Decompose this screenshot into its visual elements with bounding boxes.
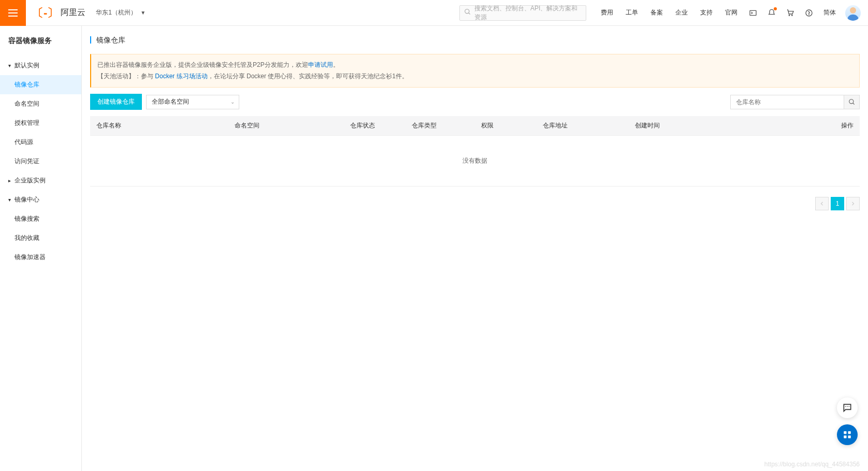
svg-rect-15: [848, 436, 851, 438]
svg-point-7: [849, 99, 853, 103]
svg-point-4: [792, 15, 792, 16]
th-namespace: 命名空间: [228, 116, 344, 136]
th-status: 仓库状态: [344, 116, 406, 136]
nav-official[interactable]: 官网: [719, 8, 744, 17]
sidebar-item-search[interactable]: 镜像搜索: [0, 209, 81, 229]
nav-ticket[interactable]: 工单: [619, 8, 644, 17]
language-selector[interactable]: 简体: [818, 8, 841, 17]
page-next[interactable]: [846, 197, 860, 210]
pagination: 1: [90, 197, 860, 210]
notice-line1-pre: 已推出容器镜像服务企业版，提供企业级镜像安全托管及P2P分发能力，欢迎: [97, 61, 308, 68]
notice-line1-post: 。: [333, 61, 339, 68]
nav-links: 费用 工单 备案 企业 支持 官网: [595, 8, 744, 17]
chat-button[interactable]: [837, 397, 858, 418]
service-title: 容器镜像服务: [0, 26, 81, 56]
user-avatar[interactable]: [845, 5, 861, 21]
main-content: 镜像仓库 已推出容器镜像服务企业版，提供企业级镜像安全托管及P2P分发能力，欢迎…: [82, 26, 868, 471]
caret-down-icon: ⌄: [230, 99, 235, 105]
th-name: 仓库名称: [90, 116, 228, 136]
hamburger-menu[interactable]: [0, 0, 26, 26]
sidebar-group-center[interactable]: ▾ 镜像中心: [0, 190, 81, 209]
sidebar-group-enterprise[interactable]: ▸ 企业版实例: [0, 171, 81, 190]
notice-line2-post: ，在论坛分享 Docker 使用心得、实践经验等，即可获得天池纪念衫1件。: [208, 73, 408, 80]
repo-search-input[interactable]: [730, 95, 844, 109]
region-label: 华东1（杭州）: [96, 9, 137, 16]
sidebar-item-credential[interactable]: 访问凭证: [0, 152, 81, 171]
sidebar-group-default[interactable]: ▾ 默认实例: [0, 56, 81, 75]
page-title: 镜像仓库: [90, 36, 860, 44]
th-permission: 权限: [475, 116, 537, 136]
page-1[interactable]: 1: [831, 197, 844, 210]
hamburger-icon: [8, 9, 18, 17]
apps-button[interactable]: [837, 424, 858, 445]
nav-icp[interactable]: 备案: [644, 8, 669, 17]
sidebar-item-source[interactable]: 代码源: [0, 133, 81, 152]
th-created: 创建时间: [629, 116, 798, 136]
floating-buttons: [837, 397, 858, 445]
nav-support[interactable]: 支持: [694, 8, 719, 17]
namespace-filter-value: 全部命名空间: [152, 97, 189, 106]
sidebar-item-favorites[interactable]: 我的收藏: [0, 229, 81, 248]
global-search[interactable]: 搜索文档、控制台、API、解决方案和资源: [459, 5, 586, 21]
notice-banner: 已推出容器镜像服务企业版，提供企业级镜像安全托管及P2P分发能力，欢迎申请试用。…: [90, 54, 860, 88]
th-type: 仓库类型: [406, 116, 475, 136]
repo-search-button[interactable]: [844, 95, 860, 109]
svg-rect-2: [750, 10, 756, 15]
sidebar-item-auth[interactable]: 授权管理: [0, 113, 81, 133]
svg-rect-14: [844, 436, 846, 438]
namespace-filter[interactable]: 全部命名空间 ⌄: [146, 95, 239, 109]
notice-link-trial[interactable]: 申请试用: [308, 61, 333, 68]
sidebar-item-accelerator[interactable]: 镜像加速器: [0, 248, 81, 267]
page-prev[interactable]: [815, 197, 829, 210]
logo-text: 阿里云: [61, 7, 85, 18]
sidebar: 容器镜像服务 ▾ 默认实例 镜像仓库 命名空间 授权管理 代码源 访问凭证 ▸ …: [0, 26, 82, 471]
svg-line-1: [469, 13, 470, 15]
th-action: 操作: [798, 116, 860, 136]
svg-rect-12: [844, 431, 846, 434]
svg-point-0: [465, 9, 469, 13]
sidebar-item-repo[interactable]: 镜像仓库: [0, 75, 81, 94]
cart-icon[interactable]: [781, 0, 800, 26]
svg-rect-13: [848, 431, 851, 434]
repo-table: 仓库名称 命名空间 仓库状态 仓库类型 权限 仓库地址 创建时间 操作 没有数据: [90, 116, 860, 187]
header-icons: 简体: [744, 0, 868, 26]
svg-point-3: [789, 15, 789, 16]
th-address: 仓库地址: [537, 116, 629, 136]
notification-icon[interactable]: [762, 0, 781, 26]
create-repo-button[interactable]: 创建镜像仓库: [90, 94, 142, 110]
help-icon[interactable]: [800, 0, 818, 26]
cloudshell-icon[interactable]: [744, 0, 762, 26]
empty-state: 没有数据: [90, 136, 860, 187]
toolbar: 创建镜像仓库 全部命名空间 ⌄: [90, 94, 860, 110]
arrow-down-icon: ▾: [8, 63, 13, 68]
search-icon: [464, 8, 471, 17]
nav-fee[interactable]: 费用: [595, 8, 619, 17]
nav-enterprise[interactable]: 企业: [669, 8, 694, 17]
region-selector[interactable]: 华东1（杭州） ▼: [96, 8, 146, 17]
arrow-right-icon: ▸: [8, 178, 13, 183]
search-placeholder: 搜索文档、控制台、API、解决方案和资源: [474, 4, 582, 22]
table-header-row: 仓库名称 命名空间 仓库状态 仓库类型 权限 仓库地址 创建时间 操作: [90, 116, 860, 136]
sidebar-item-namespace[interactable]: 命名空间: [0, 94, 81, 113]
arrow-down-icon: ▾: [8, 197, 13, 203]
svg-line-8: [852, 103, 854, 104]
logo[interactable]: 〔-〕 阿里云: [32, 5, 85, 21]
svg-point-6: [809, 15, 809, 15]
notice-line2-pre: 【天池活动】：参与: [97, 73, 155, 80]
caret-down-icon: ▼: [140, 10, 146, 16]
top-header: 〔-〕 阿里云 华东1（杭州） ▼ 搜索文档、控制台、API、解决方案和资源 费…: [0, 0, 868, 26]
notice-link-activity[interactable]: Docker 练习场活动: [155, 73, 207, 80]
logo-icon: 〔-〕: [32, 5, 59, 21]
